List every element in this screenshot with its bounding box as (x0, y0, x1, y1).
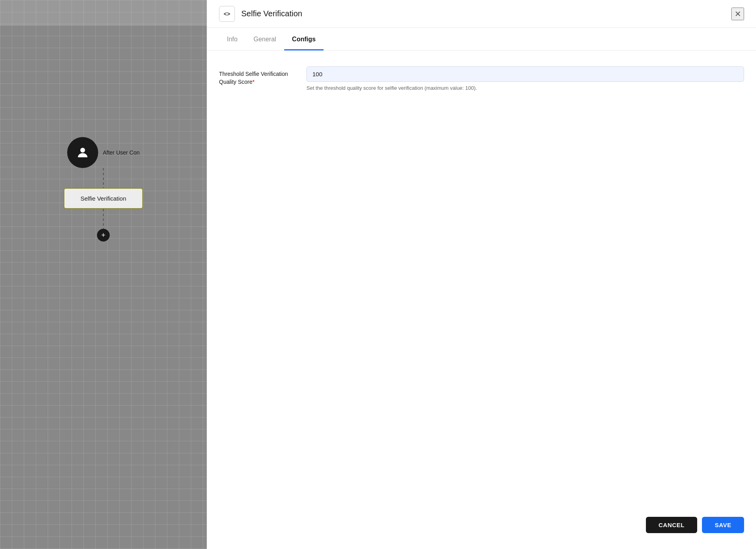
user-node (67, 137, 98, 168)
tab-info[interactable]: Info (219, 28, 246, 50)
form-field-wrapper: Set the threshold quality score for self… (306, 66, 744, 91)
panel-header: <> Selfie Verification ✕ (207, 0, 756, 28)
panel-actions: CANCEL SAVE (207, 517, 756, 549)
selfie-verification-node[interactable]: Selfie Verification (64, 188, 143, 209)
connector-line-bottom (103, 209, 104, 229)
save-button[interactable]: SAVE (702, 517, 744, 533)
close-icon: ✕ (735, 9, 741, 19)
code-icon: <> (224, 11, 230, 17)
tab-configs[interactable]: Configs (284, 28, 324, 50)
tab-general[interactable]: General (246, 28, 284, 50)
canvas-area: After User Con Selfie Verification + (0, 0, 207, 549)
canvas-grid: After User Con Selfie Verification + (0, 0, 207, 549)
panel-title: Selfie Verification (241, 9, 731, 18)
user-node-label: After User Con (103, 149, 140, 156)
svg-point-0 (80, 148, 85, 153)
threshold-input[interactable] (306, 66, 744, 82)
form-row: Threshold Selfie Verification Quality Sc… (219, 66, 744, 91)
tabs-row: Info General Configs (207, 28, 756, 50)
form-label: Threshold Selfie Verification Quality Sc… (219, 66, 291, 86)
config-panel: <> Selfie Verification ✕ Info General Co… (207, 0, 756, 549)
add-node-button[interactable]: + (97, 229, 110, 242)
cancel-button[interactable]: CANCEL (646, 517, 698, 533)
user-node-row: After User Con (67, 137, 140, 168)
form-hint: Set the threshold quality score for self… (306, 85, 744, 91)
connector-line-top (103, 168, 104, 188)
required-marker: * (252, 79, 254, 85)
panel-body: Threshold Selfie Verification Quality Sc… (207, 50, 756, 517)
code-icon-button[interactable]: <> (219, 6, 235, 22)
user-icon (76, 145, 90, 160)
close-button[interactable]: ✕ (731, 8, 744, 20)
canvas-content: After User Con Selfie Verification + (0, 26, 207, 549)
